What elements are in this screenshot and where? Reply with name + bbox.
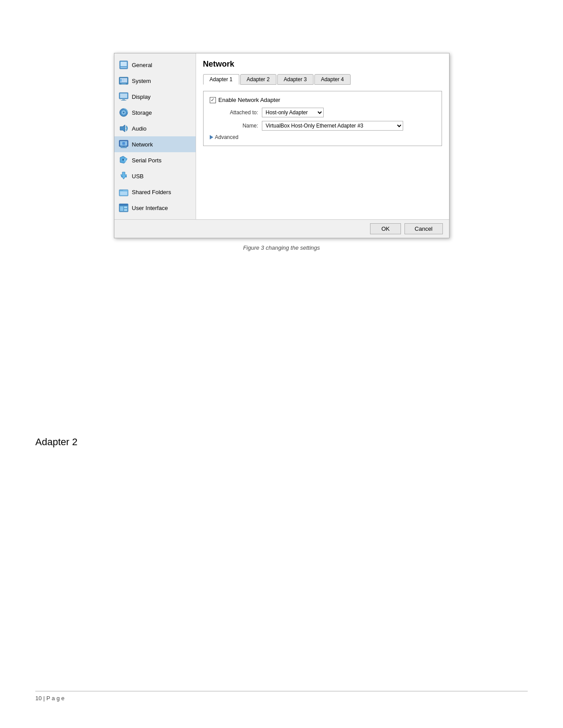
enable-network-checkbox[interactable]: ✓ <box>210 97 216 103</box>
system-icon <box>119 76 128 86</box>
sidebar: General System <box>114 53 196 219</box>
svg-rect-28 <box>124 206 127 208</box>
svg-rect-7 <box>123 79 124 80</box>
storage-icon <box>119 108 128 117</box>
display-icon <box>119 92 128 101</box>
name-select[interactable]: VirtualBox Host-Only Ethernet Adapter #3 <box>262 121 403 131</box>
enable-network-row: ✓ Enable Network Adapter <box>210 97 435 103</box>
svg-rect-6 <box>120 79 122 82</box>
user-interface-icon <box>119 203 128 213</box>
sidebar-item-label: Storage <box>132 109 152 116</box>
sidebar-item-network[interactable]: Network <box>114 136 196 152</box>
figure-caption: Figure 3 changing the settings <box>35 244 528 251</box>
ok-button[interactable]: OK <box>370 223 401 234</box>
sidebar-item-label: Shared Folders <box>132 189 171 195</box>
network-icon <box>119 139 128 149</box>
svg-point-21 <box>121 176 123 177</box>
sidebar-item-usb[interactable]: USB <box>114 168 196 184</box>
sidebar-item-storage[interactable]: Storage <box>114 105 196 120</box>
adapter2-heading: Adapter 2 <box>35 436 528 448</box>
advanced-label: Advanced <box>215 134 238 140</box>
svg-point-15 <box>123 112 125 113</box>
tab-adapter1[interactable]: Adapter 1 <box>203 74 239 85</box>
name-label: Name: <box>210 123 258 129</box>
cancel-button[interactable]: Cancel <box>404 223 442 234</box>
attached-to-row: Attached to: Host-only Adapter <box>210 108 435 117</box>
sidebar-item-user-interface[interactable]: User Interface <box>114 200 196 216</box>
name-row: Name: VirtualBox Host-Only Ethernet Adap… <box>210 121 435 131</box>
main-content: Network Adapter 1 Adapter 2 Adapter 3 Ad… <box>196 53 449 219</box>
sidebar-item-label: General <box>132 62 152 68</box>
tab-adapter2[interactable]: Adapter 2 <box>240 74 276 85</box>
svg-rect-29 <box>124 209 127 211</box>
general-icon <box>119 60 128 70</box>
enable-network-label: Enable Network Adapter <box>219 97 280 103</box>
dialog-wrapper: General System <box>114 53 450 238</box>
tab-adapter4[interactable]: Adapter 4 <box>314 74 351 85</box>
svg-rect-22 <box>125 176 127 177</box>
audio-icon <box>119 124 128 133</box>
svg-marker-16 <box>120 125 125 132</box>
tab-adapter3[interactable]: Adapter 3 <box>277 74 314 85</box>
sidebar-item-audio[interactable]: Audio <box>114 120 196 136</box>
sidebar-item-label: Serial Ports <box>132 157 162 164</box>
svg-rect-19 <box>122 142 125 145</box>
svg-rect-12 <box>121 100 126 101</box>
section-title: Network <box>203 60 442 69</box>
svg-rect-26 <box>119 204 128 206</box>
sidebar-item-label: Audio <box>132 125 147 132</box>
svg-rect-11 <box>122 99 125 100</box>
svg-rect-2 <box>121 67 127 68</box>
sidebar-item-serial-ports[interactable]: Serial Ports <box>114 152 196 168</box>
sidebar-item-label: System <box>132 78 151 84</box>
page-footer: 10 | P a g e <box>35 691 528 702</box>
svg-rect-10 <box>120 94 127 98</box>
tabs-row: Adapter 1 Adapter 2 Adapter 3 Adapter 4 <box>203 74 442 85</box>
page-number: 10 | P a g e <box>35 695 64 702</box>
sidebar-item-label: USB <box>132 173 144 180</box>
svg-rect-27 <box>120 206 123 211</box>
sidebar-item-display[interactable]: Display <box>114 89 196 105</box>
svg-point-20 <box>122 159 124 161</box>
adapter-panel: ✓ Enable Network Adapter Attached to: Ho… <box>203 91 442 146</box>
shared-folders-icon <box>119 187 128 197</box>
svg-rect-1 <box>121 62 127 66</box>
svg-rect-24 <box>120 191 127 195</box>
attached-to-select[interactable]: Host-only Adapter <box>262 108 324 117</box>
sidebar-item-label: Network <box>132 141 153 148</box>
attached-to-label: Attached to: <box>210 109 258 116</box>
sidebar-item-shared-folders[interactable]: Shared Folders <box>114 184 196 200</box>
advanced-triangle-icon <box>210 135 213 139</box>
sidebar-item-system[interactable]: System <box>114 73 196 89</box>
sidebar-item-general[interactable]: General <box>114 57 196 73</box>
sidebar-item-label: User Interface <box>132 205 168 211</box>
serial-ports-icon <box>119 155 128 165</box>
advanced-toggle[interactable]: Advanced <box>210 134 435 140</box>
sidebar-item-label: Display <box>132 94 151 100</box>
dialog-footer: OK Cancel <box>114 219 449 238</box>
usb-icon <box>119 171 128 181</box>
svg-rect-5 <box>121 83 126 84</box>
svg-rect-8 <box>123 80 124 81</box>
